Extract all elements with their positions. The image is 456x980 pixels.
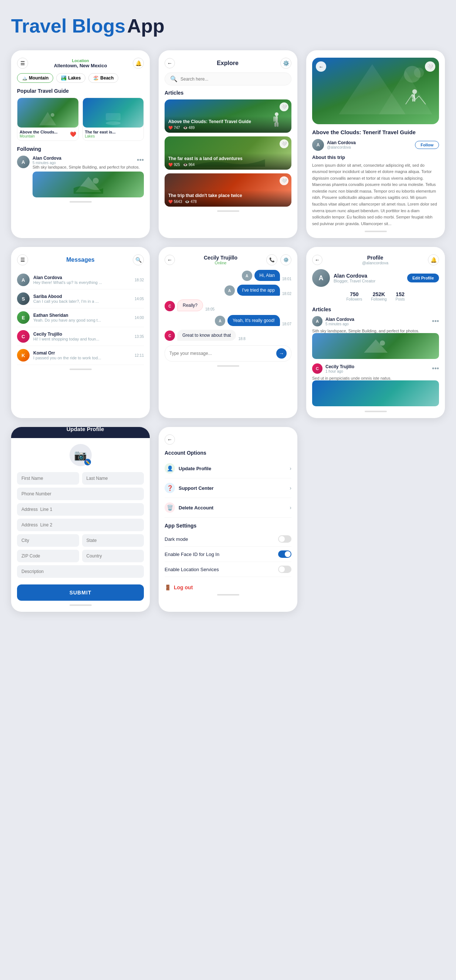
phone-input[interactable] [17, 488, 144, 500]
msg-time-2: 14:05 [135, 297, 144, 301]
more-btn-1[interactable]: ••• [137, 156, 144, 164]
msg-avatar-5: K [17, 349, 30, 361]
popular-grid: Above the Clouds... Mountain ❤️ The far … [17, 98, 144, 141]
screen-indicator-7 [70, 605, 92, 606]
option-update-profile[interactable]: 👤 Update Profile › [164, 459, 292, 478]
support-icon: ❓ [164, 483, 175, 493]
tag-mountain[interactable]: 🏔️ Mountain [17, 73, 53, 83]
stat-following: 252K Following [371, 291, 386, 301]
chat-avatar-recv-1: C [164, 301, 175, 311]
call-icon[interactable]: 📞 [266, 255, 277, 266]
location-toggle[interactable] [278, 566, 292, 573]
avatar-upload[interactable]: 📷 ✏️ [70, 444, 92, 466]
article-mini-img-1 [312, 333, 439, 359]
tag-lakes[interactable]: 🏞️ Lakes [56, 73, 85, 83]
filter-icon[interactable]: ⚙️ [280, 58, 292, 69]
chat-header-icons: 📞 ⚙️ [266, 255, 292, 266]
dark-mode-toggle[interactable] [278, 535, 292, 542]
more-btn-article-2[interactable]: ••• [432, 365, 439, 372]
face-id-label: Enable Face ID for Log In [164, 552, 219, 557]
bell-icon[interactable]: 🔔 [133, 58, 144, 69]
back-btn-account[interactable]: ← [164, 434, 175, 445]
send-button[interactable]: → [276, 348, 287, 359]
msg-name-1: Alan Cordova [33, 275, 131, 280]
edit-profile-button[interactable]: Edit Profile [407, 274, 439, 282]
back-btn-update[interactable]: ← [11, 427, 17, 432]
app-settings-title: App Settings [164, 523, 292, 529]
article-mini-text-1: Sith sky landspace, Simple Building, and… [312, 329, 439, 333]
description-input[interactable] [17, 565, 144, 578]
settings-icon-chat[interactable]: ⚙️ [280, 255, 292, 266]
stat-label-1: Followers [346, 297, 362, 301]
page-title: Travel Blogs App [11, 15, 445, 37]
heart-btn-article-2[interactable]: 🤍 [280, 139, 289, 148]
msg-item-1[interactable]: A Alan Cordova Hey there! What's up? Is … [17, 270, 144, 290]
last-name-input[interactable] [82, 472, 144, 485]
submit-button[interactable]: SUBMIT [17, 584, 144, 601]
msg-item-2[interactable]: S Sariba Abood Can I call you back later… [17, 290, 144, 308]
heart-btn-1[interactable]: ❤️ [70, 131, 76, 137]
screens-grid: ☰ Location Allentown, New Mexico 🔔 🏔️ Mo… [11, 50, 445, 612]
article-likes-2: ❤️ 925 [168, 163, 180, 167]
messages-header: ☰ Messages 🔍 [17, 255, 144, 266]
logout-button[interactable]: 🚪 Log out [164, 584, 292, 590]
heart-btn-article-1[interactable]: 🤍 [280, 102, 289, 111]
chat-time-3: 18:05 [205, 307, 215, 311]
search-bar: 🔍 [164, 72, 292, 85]
zip-input[interactable] [17, 550, 79, 562]
msg-item-4[interactable]: C Cecily Trujillo Hi! I went shopping to… [17, 327, 144, 346]
article-card-3[interactable]: The trip that didn't take place twice ❤️… [164, 173, 292, 207]
msg-info-2: Sariba Abood Can I call you back later?,… [33, 294, 131, 304]
screen-article-detail: ← 🤍 Above the Clouds: Tenerif Travel Gui… [306, 50, 445, 238]
svg-point-21 [380, 340, 385, 346]
city-input[interactable] [17, 534, 79, 547]
back-btn-profile[interactable]: ← [312, 255, 322, 265]
back-btn-chat[interactable]: ← [164, 255, 175, 265]
screen-indicator-2 [217, 210, 239, 212]
title-travel-blogs: Travel Blogs [11, 15, 125, 37]
msg-item-3[interactable]: E Eathan Sheridan Yeah. Do you have any … [17, 308, 144, 327]
more-btn-article-1[interactable]: ••• [432, 318, 439, 325]
menu-icon[interactable]: ☰ [17, 58, 28, 69]
location-value: Allentown, New Mexico [54, 63, 107, 68]
article-card-2[interactable]: The far east is a land of adventures ❤️ … [164, 137, 292, 170]
bell-icon-profile[interactable]: 🔔 [428, 255, 439, 266]
back-btn-explore[interactable]: ← [164, 58, 175, 68]
tag-lakes-label: Lakes [68, 75, 81, 81]
city-state-fields [17, 534, 144, 547]
tag-beach[interactable]: 🏖️ Beach [88, 73, 118, 83]
msg-name-5: Komal Orr [33, 350, 131, 356]
option-support[interactable]: ❓ Support Center › [164, 478, 292, 498]
msg-item-5[interactable]: K Komal Orr I passed you on the ride to … [17, 346, 144, 365]
search-input[interactable] [180, 76, 286, 82]
popular-card-2[interactable]: The far east is... Lakes [83, 98, 144, 141]
popular-card-1[interactable]: Above the Clouds... Mountain ❤️ [17, 98, 79, 141]
face-id-toggle[interactable] [278, 550, 292, 558]
address2-input[interactable] [17, 519, 144, 531]
heart-btn-article-3[interactable]: 🤍 [280, 177, 289, 185]
update-profile-icon: 👤 [164, 463, 175, 474]
menu-icon-msg[interactable]: ☰ [17, 255, 28, 266]
article-likes-1: ❤️ 747 [168, 126, 180, 130]
address1-input[interactable] [17, 503, 144, 516]
first-name-input[interactable] [17, 472, 79, 485]
profile-stats: 750 Followers 252K Following 152 Posts [312, 291, 439, 301]
following-time-1: 5 minutes ago [33, 161, 61, 165]
category-tags: 🏔️ Mountain 🏞️ Lakes 🏖️ Beach [17, 73, 144, 83]
author-avatar: A [312, 139, 324, 151]
msg-time-1: 18:32 [135, 278, 144, 282]
heart-btn-hero[interactable]: 🤍 [425, 61, 435, 72]
message-input[interactable] [169, 351, 273, 356]
article-author-avatar-2: C [312, 363, 322, 374]
option-delete[interactable]: 🗑️ Delete Account › [164, 498, 292, 517]
country-input[interactable] [82, 550, 144, 562]
follow-button[interactable]: Follow [415, 141, 439, 149]
article-card-1[interactable]: Above the Clouds: Tenerif Travel Guide ❤… [164, 99, 292, 133]
article-overlay-1: Above the Clouds: Tenerif Travel Guide ❤… [164, 116, 292, 133]
state-input[interactable] [82, 534, 144, 547]
author-info: A Alan Cordova @alancordova [312, 139, 356, 151]
back-btn-article[interactable]: ← [316, 61, 326, 72]
stat-num-3: 152 [396, 291, 405, 297]
search-icon-msg[interactable]: 🔍 [133, 255, 144, 266]
messages-list: A Alan Cordova Hey there! What's up? Is … [17, 270, 144, 365]
